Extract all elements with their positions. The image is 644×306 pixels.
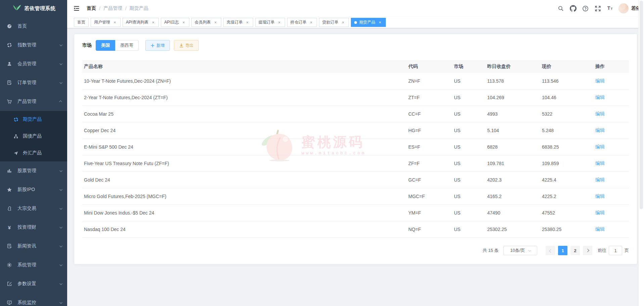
sidebar-item-label: 新闻资讯	[17, 243, 60, 249]
sidebar-item-system-monitor[interactable]: 系统监控	[0, 293, 67, 306]
tab-futures-products[interactable]: 期货产品	[351, 18, 386, 27]
breadcrumb-product-mgmt[interactable]: 产品管理	[103, 5, 122, 11]
edit-link[interactable]: 编辑	[595, 78, 605, 83]
chevron-down-icon	[59, 263, 62, 266]
export-button[interactable]: 导出	[174, 40, 199, 51]
help-icon[interactable]	[579, 0, 592, 17]
tab-label: 充值订单	[227, 20, 243, 25]
font-size-icon[interactable]: TT	[604, 0, 616, 17]
tags-view: 首页 用户管理 API查询列表 API日志 会员列表 充值订单 提现订单 持仓订…	[67, 17, 644, 28]
market-option-us[interactable]: 美国	[96, 40, 115, 51]
tab-user-mgmt[interactable]: 用户管理	[91, 18, 121, 27]
close-icon[interactable]	[378, 20, 382, 25]
goto-page-input[interactable]	[609, 246, 622, 255]
app-logo[interactable]: 若依管理系统	[0, 0, 67, 17]
sidebar-item-ipo[interactable]: 新股IPO	[0, 180, 67, 199]
scrollbar-thumb[interactable]	[640, 1, 643, 209]
product-name-cell: Mini Dow Jones Indus.-$5 Dec 24	[82, 210, 407, 216]
edit-link[interactable]: 编辑	[595, 193, 605, 199]
prev-page-button[interactable]	[546, 246, 555, 255]
sidebar-item-system-mgmt[interactable]: 系统管理	[0, 256, 67, 274]
page-2-button[interactable]: 2	[570, 246, 580, 255]
tab-label: 持仓订单	[290, 20, 307, 25]
close-icon[interactable]	[213, 20, 218, 25]
edit-link[interactable]: 编辑	[595, 94, 605, 100]
send-icon	[13, 151, 18, 156]
tab-member-list[interactable]: 会员列表	[191, 18, 221, 27]
sidebar-toggle-icon[interactable]	[72, 4, 81, 13]
search-icon[interactable]	[554, 0, 567, 17]
add-button[interactable]: 新增	[145, 40, 170, 51]
sidebar-item-param-settings[interactable]: 参数设置	[0, 274, 67, 293]
tab-home[interactable]: 首页	[74, 18, 89, 27]
top-navbar: 首页 / 产品管理 / 期货产品 TT 若依	[67, 0, 644, 17]
next-page-button[interactable]	[583, 246, 592, 255]
avatar[interactable]	[618, 3, 629, 13]
edit-link[interactable]: 编辑	[595, 210, 605, 215]
close-icon[interactable]	[112, 20, 117, 25]
yen-icon: ¥	[7, 225, 12, 230]
close-icon[interactable]	[181, 20, 186, 25]
table-row: Nasdaq 100 Dec 24 NQ=F US 25302.25 25380…	[82, 221, 629, 238]
sidebar-item-label: 股票管理	[17, 168, 60, 174]
close-icon[interactable]	[309, 20, 314, 25]
tab-recharge-orders[interactable]: 充值订单	[223, 18, 253, 27]
col-action: 操作	[594, 64, 629, 70]
tab-api-query-list[interactable]: API查询列表	[123, 18, 159, 27]
page-size-select[interactable]: 10条/页	[503, 246, 537, 255]
sidebar-item-treasury-products[interactable]: 国债产品	[0, 128, 67, 145]
sidebar-item-forex-products[interactable]: 外汇产品	[0, 145, 67, 161]
sidebar-item-stock-mgmt[interactable]: 股票管理	[0, 161, 67, 180]
price-cell: 25380.25	[540, 227, 594, 232]
monitor-icon	[7, 300, 12, 305]
sidebar-item-label: 大宗交易	[17, 205, 60, 212]
market-cell: US	[452, 78, 486, 84]
sidebar-item-order-mgmt[interactable]: 订单管理	[0, 73, 67, 92]
sidebar-item-block-trade[interactable]: 大宗交易	[0, 199, 67, 218]
edit-link[interactable]: 编辑	[595, 177, 605, 182]
prev-close-cell: 6828	[486, 144, 540, 150]
export-button-label: 导出	[185, 43, 193, 48]
github-icon[interactable]	[567, 0, 579, 17]
sidebar-item-invest[interactable]: ¥ 投资理财	[0, 218, 67, 237]
sidebar-item-home[interactable]: 首页	[0, 17, 67, 36]
sidebar-item-index-mgmt[interactable]: 指数管理	[0, 36, 67, 54]
tab-position-orders[interactable]: 持仓订单	[287, 18, 317, 27]
product-name-cell: 2-Year T-Note Futures,Dec-2024 (ZT=F)	[82, 95, 407, 100]
tab-loan-orders[interactable]: 贷款订单	[319, 18, 349, 27]
cart-icon	[7, 99, 12, 104]
fullscreen-icon[interactable]	[592, 0, 604, 17]
app-title: 若依管理系统	[25, 5, 56, 12]
sidebar-item-product-mgmt[interactable]: 产品管理	[0, 92, 67, 111]
market-cell: US	[452, 194, 486, 199]
edit-link[interactable]: 编辑	[595, 127, 605, 133]
code-cell: HG=F	[407, 128, 452, 133]
edit-link[interactable]: 编辑	[595, 111, 605, 116]
prev-close-cell: 4202.3	[486, 177, 540, 183]
breadcrumb: 首页 / 产品管理 / 期货产品	[87, 5, 148, 11]
edit-link[interactable]: 编辑	[595, 160, 605, 166]
breadcrumb-home[interactable]: 首页	[87, 5, 96, 11]
close-icon[interactable]	[245, 20, 250, 25]
prev-close-cell: 25302.25	[486, 227, 540, 232]
edit-link[interactable]: 编辑	[595, 144, 605, 149]
code-cell: MGC=F	[407, 194, 452, 199]
close-icon[interactable]	[277, 20, 282, 25]
market-cell: US	[452, 177, 486, 183]
page-1-button[interactable]: 1	[558, 246, 567, 255]
futures-card: 市场 美国 墨西哥 新增 导出 产品名称 代码 市场	[74, 34, 637, 264]
tab-api-log[interactable]: API日志	[161, 18, 189, 27]
edit-link[interactable]: 编辑	[595, 226, 605, 232]
market-option-mexico[interactable]: 墨西哥	[115, 40, 139, 51]
sidebar-item-member-mgmt[interactable]: 会员管理	[0, 54, 67, 73]
page-scrollbar[interactable]	[638, 0, 644, 306]
sidebar: 若依管理系统 首页 指数管理 会员管理 订单管理	[0, 0, 67, 306]
chevron-down-icon	[59, 43, 62, 46]
close-icon[interactable]	[341, 20, 346, 25]
sidebar-item-futures-products[interactable]: 期货产品	[0, 111, 67, 128]
tab-withdraw-orders[interactable]: 提现订单	[255, 18, 285, 27]
prev-close-cell: 47490	[486, 210, 540, 216]
sidebar-item-news[interactable]: 新闻资讯	[0, 237, 67, 256]
sidebar-item-label: 首页	[17, 23, 62, 29]
close-icon[interactable]	[151, 20, 155, 25]
